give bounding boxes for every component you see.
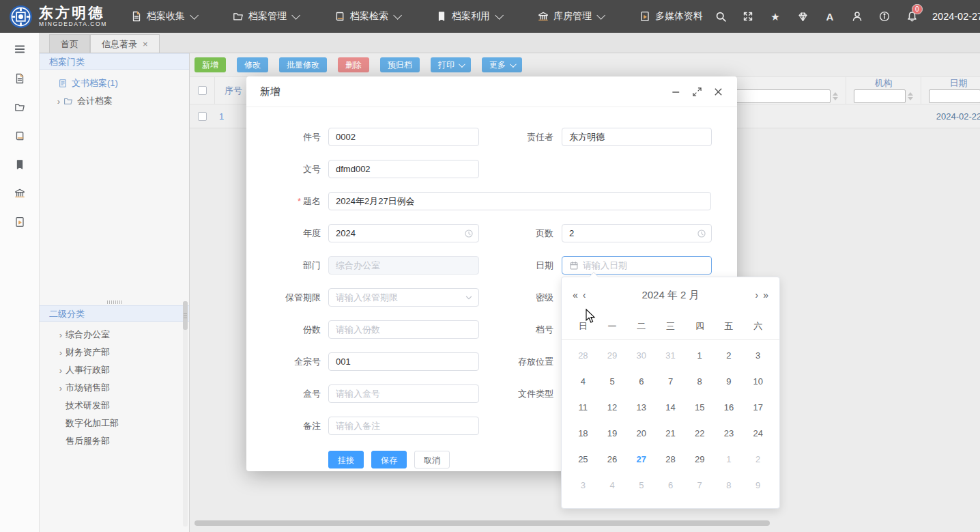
prev-month-button[interactable]: ‹ bbox=[583, 290, 586, 300]
calendar-day[interactable]: 5 bbox=[598, 369, 627, 395]
calendar-day[interactable]: 12 bbox=[598, 395, 627, 421]
calendar-day[interactable]: 4 bbox=[598, 473, 627, 499]
tool-favorites[interactable]: ★ bbox=[768, 10, 782, 23]
field-input-item-no[interactable]: 0002 bbox=[328, 128, 479, 146]
splitter-handle[interactable] bbox=[40, 299, 189, 305]
calendar-day[interactable]: 2 bbox=[743, 447, 773, 473]
nav-item-archive-collection[interactable]: 档案收集 bbox=[131, 10, 196, 23]
select-all-checkbox[interactable] bbox=[198, 86, 207, 95]
tool-notifications[interactable]: 0 bbox=[905, 10, 919, 23]
nav-item-multimedia[interactable]: 多媒体资料 bbox=[639, 10, 703, 23]
field-input-box-no[interactable]: 请输入盒号 bbox=[328, 384, 479, 403]
sidebar-item-数字化加工部[interactable]: 数字化加工部 bbox=[40, 415, 189, 432]
calendar-day[interactable]: 18 bbox=[568, 421, 598, 447]
sidebar-scrollbar[interactable] bbox=[183, 301, 188, 527]
sidebar-scrollbar-thumb[interactable] bbox=[183, 301, 188, 330]
calendar-day[interactable]: 26 bbox=[598, 447, 627, 473]
calendar-day[interactable]: 19 bbox=[598, 421, 627, 447]
toolbar-button-删除[interactable]: 删除 bbox=[338, 57, 369, 72]
calendar-day[interactable]: 24 bbox=[743, 421, 773, 447]
calendar-day-today[interactable]: 27 bbox=[626, 447, 656, 473]
toolbar-button-更多[interactable]: 更多 bbox=[482, 57, 522, 72]
tab-home[interactable]: 首页 bbox=[49, 34, 90, 53]
horizontal-scrollbar[interactable] bbox=[194, 520, 960, 527]
field-input-doc-no[interactable]: dfmd002 bbox=[328, 160, 479, 178]
sidebar-item-人事行政部[interactable]: ›人事行政部 bbox=[40, 361, 189, 379]
field-input-fonds-no[interactable]: 001 bbox=[328, 352, 479, 371]
nav-item-storeroom-management[interactable]: 库房管理 bbox=[538, 10, 603, 23]
calendar-day[interactable]: 1 bbox=[715, 447, 744, 473]
calendar-day[interactable]: 9 bbox=[715, 369, 744, 395]
field-input-department[interactable]: 综合办公室 bbox=[328, 256, 479, 275]
calendar-day[interactable]: 7 bbox=[685, 473, 715, 499]
tab-info-entry[interactable]: 信息著录× bbox=[90, 34, 160, 53]
tool-font-size[interactable]: A bbox=[823, 10, 837, 23]
tool-user[interactable] bbox=[850, 10, 864, 23]
tool-fullscreen[interactable] bbox=[741, 10, 755, 23]
nav-item-archive-management[interactable]: 档案管理 bbox=[233, 10, 298, 23]
tool-search[interactable] bbox=[714, 10, 727, 23]
calendar-day[interactable]: 29 bbox=[598, 343, 627, 369]
sidebar-item-会计档案[interactable]: ›会计档案 bbox=[40, 92, 189, 110]
rail-bank-icon[interactable] bbox=[14, 188, 25, 199]
field-input-responsible[interactable]: 东方明德 bbox=[562, 128, 712, 146]
calendar-day[interactable]: 16 bbox=[715, 395, 744, 421]
calendar-day[interactable]: 15 bbox=[685, 395, 715, 421]
brand-logo[interactable]: 东方明德 MINGDEDATA.COM bbox=[0, 5, 127, 29]
calendar-day[interactable]: 21 bbox=[656, 421, 685, 447]
calendar-day[interactable]: 8 bbox=[685, 369, 715, 395]
calendar-day[interactable]: 23 bbox=[715, 421, 744, 447]
field-input-pages[interactable]: 2 bbox=[562, 224, 712, 242]
calendar-day[interactable]: 3 bbox=[568, 473, 598, 499]
sidebar-item-售后服务部[interactable]: 售后服务部 bbox=[40, 432, 189, 450]
calendar-day[interactable]: 6 bbox=[656, 473, 685, 499]
sidebar-item-综合办公室[interactable]: ›综合办公室 bbox=[40, 326, 189, 344]
calendar-day[interactable]: 20 bbox=[626, 421, 656, 447]
sidebar-item-技术研发部[interactable]: 技术研发部 bbox=[40, 397, 189, 415]
prev-year-button[interactable]: « bbox=[573, 290, 578, 300]
toolbar-button-打印[interactable]: 打印 bbox=[431, 57, 471, 72]
calendar-day[interactable]: 28 bbox=[656, 447, 685, 473]
sidebar-item-文书档案(1)[interactable]: 文书档案(1) bbox=[40, 74, 189, 92]
toolbar-button-预归档[interactable]: 预归档 bbox=[380, 57, 420, 72]
toolbar-button-新增[interactable]: 新增 bbox=[194, 57, 226, 72]
rail-folder-icon[interactable] bbox=[14, 102, 25, 113]
rail-bookmark-icon[interactable] bbox=[14, 159, 25, 170]
calendar-day[interactable]: 3 bbox=[743, 343, 773, 369]
sidebar-item-市场销售部[interactable]: ›市场销售部 bbox=[40, 379, 189, 397]
field-input-date[interactable]: 请输入日期 bbox=[562, 256, 712, 275]
field-input-remarks[interactable]: 请输入备注 bbox=[328, 417, 479, 435]
calendar-day[interactable]: 17 bbox=[743, 395, 773, 421]
maximize-icon[interactable] bbox=[692, 87, 702, 97]
cancel-button[interactable]: 取消 bbox=[414, 451, 450, 468]
attach-button[interactable]: 挂接 bbox=[328, 451, 364, 468]
calendar-day[interactable]: 9 bbox=[743, 473, 773, 499]
rail-media-icon[interactable] bbox=[14, 216, 25, 227]
toolbar-button-修改[interactable]: 修改 bbox=[237, 57, 268, 72]
sort-arrows-icon[interactable] bbox=[908, 92, 913, 100]
row-checkbox[interactable] bbox=[198, 112, 207, 121]
close-icon[interactable] bbox=[713, 87, 723, 97]
calendar-day[interactable]: 2 bbox=[715, 343, 744, 369]
calendar-day[interactable]: 11 bbox=[568, 395, 598, 421]
nav-item-archive-search[interactable]: 档案检索 bbox=[334, 10, 399, 23]
calendar-day[interactable]: 25 bbox=[568, 447, 598, 473]
calendar-day[interactable]: 13 bbox=[626, 395, 656, 421]
calendar-day[interactable]: 29 bbox=[685, 447, 715, 473]
save-button[interactable]: 保存 bbox=[371, 451, 407, 468]
toolbar-button-批量修改[interactable]: 批量修改 bbox=[279, 57, 327, 72]
minimize-icon[interactable] bbox=[671, 87, 681, 97]
calendar-day[interactable]: 30 bbox=[626, 343, 656, 369]
filter-input-日期[interactable] bbox=[929, 89, 980, 103]
calendar-day[interactable]: 31 bbox=[656, 343, 685, 369]
field-input-retention-period[interactable]: 请输入保管期限 bbox=[328, 288, 479, 307]
tab-close-icon[interactable]: × bbox=[143, 40, 148, 48]
calendar-day[interactable]: 8 bbox=[715, 473, 744, 499]
horizontal-scrollbar-thumb[interactable] bbox=[194, 520, 770, 526]
calendar-day[interactable]: 14 bbox=[656, 395, 685, 421]
rail-document-icon[interactable] bbox=[14, 73, 25, 84]
next-year-button[interactable]: » bbox=[763, 290, 768, 300]
calendar-day[interactable]: 10 bbox=[743, 369, 773, 395]
field-input-year[interactable]: 2024 bbox=[328, 224, 479, 242]
calendar-day[interactable]: 1 bbox=[685, 343, 715, 369]
